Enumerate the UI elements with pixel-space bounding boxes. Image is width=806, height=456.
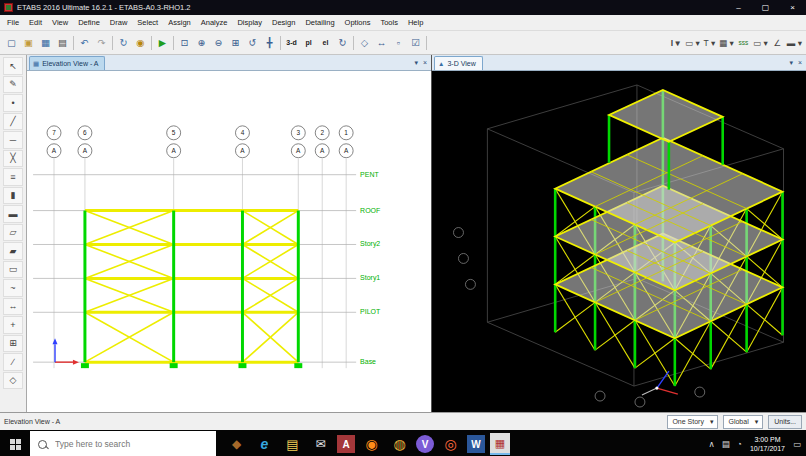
- view3d-panel-menu-caret[interactable]: ▾: [789, 59, 793, 67]
- chrome-icon[interactable]: ◍: [388, 433, 411, 456]
- wall-section-icon[interactable]: ▭ ▾: [684, 34, 701, 52]
- deck-section-icon[interactable]: ▦ ▾: [718, 34, 735, 52]
- draw-frame-icon[interactable]: ╱: [3, 113, 23, 131]
- defender-shield-icon[interactable]: ◆: [225, 433, 248, 456]
- draw-joint-icon[interactable]: •: [3, 94, 23, 112]
- file-explorer-icon[interactable]: ▤: [281, 433, 304, 456]
- reshape-object-icon[interactable]: ✎: [3, 76, 23, 94]
- view3d-panel-close-icon[interactable]: ×: [798, 59, 802, 66]
- firefox-icon[interactable]: ◉: [360, 433, 383, 456]
- search-input[interactable]: [53, 438, 207, 450]
- draw-link-icon[interactable]: ~: [3, 279, 23, 297]
- menu-help[interactable]: Help: [403, 15, 428, 30]
- menu-define[interactable]: Define: [73, 15, 105, 30]
- draw-wall-icon[interactable]: ▮: [3, 187, 23, 205]
- access-icon[interactable]: A: [337, 435, 355, 453]
- v-app-icon[interactable]: V: [416, 435, 434, 453]
- menu-detailing[interactable]: Detailing: [300, 15, 339, 30]
- quick-draw-wall-icon[interactable]: ▬: [3, 205, 23, 223]
- menu-options[interactable]: Options: [340, 15, 376, 30]
- plan-view-icon[interactable]: pl: [300, 34, 317, 52]
- menu-design[interactable]: Design: [267, 15, 300, 30]
- pan-icon[interactable]: ╋: [261, 34, 278, 52]
- taskbar-search[interactable]: [30, 431, 216, 456]
- draw-reference-point-icon[interactable]: +: [3, 316, 23, 334]
- menu-file[interactable]: File: [2, 15, 24, 30]
- units-button[interactable]: Units...: [768, 415, 802, 429]
- elevation-panel-close-icon[interactable]: ×: [423, 59, 427, 66]
- quick-draw-braces-icon[interactable]: ╳: [3, 150, 23, 168]
- edge-browser-icon[interactable]: e: [253, 433, 276, 456]
- story-mode-select[interactable]: One Story ▾: [667, 415, 718, 429]
- elevation-panel-menu-caret[interactable]: ▾: [414, 59, 418, 67]
- coord-system-select[interactable]: Global ▾: [723, 415, 763, 429]
- toolbar-separator[interactable]: [112, 36, 113, 50]
- measure-icon[interactable]: ∕: [3, 353, 23, 371]
- rubber-band-zoom-icon[interactable]: ⊡: [176, 34, 193, 52]
- toolbar-separator[interactable]: [426, 36, 427, 50]
- hidden-icons-chevron[interactable]: ∧: [709, 439, 715, 449]
- tab-elevation-view[interactable]: ▦ Elevation View - A: [29, 56, 105, 70]
- opera-browser-icon[interactable]: ◎: [439, 433, 462, 456]
- frame-section-icon[interactable]: I ▾: [667, 34, 684, 52]
- solid-slab-icon[interactable]: ▬ ▾: [786, 34, 803, 52]
- elevation-canvas[interactable]: 7 6 5 4 3 2 1 A A A A A A A: [27, 71, 431, 412]
- angle-draw-icon[interactable]: ∠: [769, 34, 786, 52]
- distributed-load-icon[interactable]: sss: [735, 34, 752, 52]
- view3d-canvas[interactable]: [432, 71, 806, 412]
- redo-icon[interactable]: ↷: [93, 34, 110, 52]
- draw-dimension-icon[interactable]: ↔: [3, 298, 23, 316]
- lock-model-icon[interactable]: ◉: [132, 34, 149, 52]
- toolbar-separator[interactable]: [173, 36, 174, 50]
- tendon-section-icon[interactable]: T ▾: [701, 34, 718, 52]
- zoom-out-icon[interactable]: ⊖: [210, 34, 227, 52]
- ime-icon[interactable]: ▤: [722, 439, 730, 449]
- elevation-view-icon[interactable]: el: [317, 34, 334, 52]
- undo-icon[interactable]: ↶: [76, 34, 93, 52]
- mail-icon[interactable]: ✉: [309, 433, 332, 456]
- move-objects-icon[interactable]: ↔: [373, 34, 390, 52]
- quick-draw-floor-icon[interactable]: ▰: [3, 242, 23, 260]
- menu-draw[interactable]: Draw: [105, 15, 133, 30]
- toolbar-separator[interactable]: [280, 36, 281, 50]
- toolbar-separator[interactable]: [353, 36, 354, 50]
- toolbar-separator[interactable]: [73, 36, 74, 50]
- tab-3d-view[interactable]: ▲ 3-D View: [434, 56, 483, 70]
- snap-options-icon[interactable]: ◇: [3, 372, 23, 390]
- word-icon[interactable]: W: [467, 435, 485, 453]
- refresh-window-icon[interactable]: ↻: [115, 34, 132, 52]
- menu-select[interactable]: Select: [132, 15, 163, 30]
- perspective-toggle-icon[interactable]: ◇: [356, 34, 373, 52]
- menu-analyze[interactable]: Analyze: [196, 15, 233, 30]
- close-button[interactable]: ×: [779, 0, 806, 15]
- object-shrink-toggle-icon[interactable]: ▫: [390, 34, 407, 52]
- save-icon[interactable]: ▦: [37, 34, 54, 52]
- draw-grid-icon[interactable]: ⊞: [3, 335, 23, 353]
- print-icon[interactable]: ▤: [54, 34, 71, 52]
- menu-tools[interactable]: Tools: [375, 15, 403, 30]
- new-model-icon[interactable]: ▢: [3, 34, 20, 52]
- draw-floor-icon[interactable]: ▱: [3, 224, 23, 242]
- zoom-in-icon[interactable]: ⊕: [193, 34, 210, 52]
- menu-edit[interactable]: Edit: [24, 15, 47, 30]
- rotate-3d-view-icon[interactable]: ↻: [334, 34, 351, 52]
- etabs-taskbar-button[interactable]: ▦: [490, 433, 510, 455]
- maximize-button[interactable]: ▢: [752, 0, 779, 15]
- toolbar-separator[interactable]: [151, 36, 152, 50]
- draw-null-area-icon[interactable]: ▭: [3, 261, 23, 279]
- start-button[interactable]: [0, 430, 30, 456]
- open-file-icon[interactable]: ▣: [20, 34, 37, 52]
- 3d-view-icon[interactable]: 3-d: [283, 34, 300, 52]
- menu-assign[interactable]: Assign: [163, 15, 196, 30]
- quick-draw-secondary-beams-icon[interactable]: ≡: [3, 168, 23, 186]
- menu-display[interactable]: Display: [232, 15, 267, 30]
- minimize-button[interactable]: –: [725, 0, 752, 15]
- previous-zoom-icon[interactable]: ↺: [244, 34, 261, 52]
- set-display-options-icon[interactable]: ☑: [407, 34, 424, 52]
- action-center-icon[interactable]: ▭: [793, 439, 801, 449]
- quick-draw-frame-icon[interactable]: ─: [3, 131, 23, 149]
- pointer-select-icon[interactable]: ↖: [3, 57, 23, 75]
- taskbar-clock[interactable]: 3:00 PM 10/17/2017: [750, 435, 785, 453]
- network-icon[interactable]: ◔: [737, 439, 742, 449]
- full-view-icon[interactable]: ⊞: [227, 34, 244, 52]
